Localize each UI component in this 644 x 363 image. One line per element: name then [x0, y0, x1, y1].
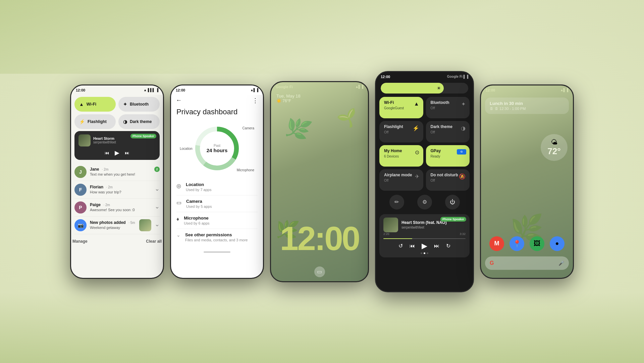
power-button[interactable]: ⏻ [445, 195, 460, 209]
back-button[interactable]: ← [176, 97, 182, 104]
privacy-items-list: ◎ Location Used by 7 apps ▭ Camera Used … [171, 175, 263, 249]
phone5-status-icons: ▲▌▐ [560, 88, 568, 92]
photos-expand-icon[interactable]: ⌄ [155, 221, 160, 228]
phone5-status-bar: 12:00 ▲▌▐ [481, 85, 573, 95]
florian-expand-icon[interactable]: ⌄ [155, 185, 160, 192]
phone1-time: 12:00 [76, 88, 85, 92]
phone4-replay-button[interactable]: ↺ [398, 243, 403, 249]
camera-item: ▭ Camera Used by 5 apps [176, 195, 258, 212]
see-other-permissions[interactable]: ⌄ See other permissions Files and media,… [176, 229, 258, 245]
phone-5-home: 12:00 ▲▌▐ Lunch in 30 min 🗓 🗓 12:30 - 1:… [480, 84, 574, 279]
phone4-shuffle-button[interactable]: ↻ [446, 243, 450, 249]
photos-avatar: 📷 [74, 219, 87, 231]
edit-icon: ✏ [394, 199, 399, 205]
phone3-status-bar: Google Fi ▲▌▐ [271, 82, 368, 92]
settings-button[interactable]: ⚙ [417, 195, 432, 209]
play-button[interactable]: ▶ [115, 149, 119, 157]
location-sub: Used by 7 apps [186, 188, 258, 192]
clear-all-button[interactable]: Clear all [146, 239, 162, 244]
microphone-label: Microphone [237, 168, 254, 172]
qs-bluetooth-icon: ✦ [461, 101, 466, 107]
photos-name: New photos added [90, 220, 126, 225]
qs-bluetooth-tile[interactable]: Bluetooth Off ✦ [426, 97, 470, 118]
dark-theme-tile[interactable]: ◑ Dark theme [118, 114, 160, 129]
photos-app-icon[interactable]: 🖼 [530, 236, 544, 251]
media-elapsed: 2:20 [383, 232, 389, 236]
photos-time: · 5m [128, 221, 135, 225]
qs-dark-theme-sub: Off [431, 130, 465, 134]
qs-airplane-icon: ✈ [415, 173, 419, 180]
qs-wifi-sub: GoogleGuest [384, 106, 419, 110]
phone1-screen: 12:00 ▲ ▌▌▌ ▐ ▲ Wi-Fi ✦ Bluetooth ⚡ [71, 85, 163, 278]
phone3-nav-bar: ▭ [271, 266, 368, 277]
florian-content: Florian · 2m How was your trip? [90, 184, 151, 194]
menu-button[interactable]: ⋮ [252, 97, 258, 104]
qs-wifi-tile[interactable]: Wi-Fi GoogleGuest ▲ [379, 97, 423, 118]
phone4-play-button[interactable]: ▶ [422, 242, 427, 250]
phone4-signal-icon: ▌▐ [464, 75, 468, 78]
phone-4-quick-settings: 12:00 Google Fi ▌▐ ☀ Wi-Fi GoogleGuest ▲ [375, 71, 474, 292]
phone3-date: Tue, May 18 [276, 94, 363, 99]
bluetooth-tile[interactable]: ✦ Bluetooth [118, 97, 160, 112]
phone4-status-bar: 12:00 Google Fi ▌▐ [376, 72, 473, 81]
brightness-slider[interactable]: ☀ [381, 83, 468, 94]
qs-gpay-tile[interactable]: GPay Ready G [426, 145, 470, 167]
phone4-progress-fill [383, 238, 412, 239]
chrome-icon: ● [555, 240, 559, 247]
widget-time-text: 🗓 12:30 - 1:00 PM [495, 107, 526, 111]
privacy-header: ← ⋮ [171, 95, 263, 108]
home-indicator [204, 251, 230, 253]
microphone-content: Microphone Used by 6 apps [184, 216, 258, 225]
privacy-dashboard-title: Privacy dashboard [171, 108, 263, 122]
phone3-signal-icon: ▲▌▐ [355, 85, 363, 88]
camera-icon: ▭ [176, 199, 181, 206]
qs-flashlight-tile[interactable]: Flashlight Off ⚡ [379, 121, 423, 142]
media-artist: serpentwithfeet [93, 140, 116, 144]
flashlight-tile[interactable]: ⚡ Flashlight [74, 114, 116, 129]
jane-content: Jane · 2m Text me when you get here! [90, 166, 151, 176]
qs-dnd-icon: 🔕 [459, 173, 466, 180]
phone4-skip-forward-button[interactable]: ⏭ [434, 243, 439, 249]
maps-app-icon[interactable]: 📍 [509, 236, 524, 251]
qs-home-tile[interactable]: My Home 6 Devices ⊙ [379, 145, 423, 167]
paige-expand-icon[interactable]: ⌄ [155, 203, 160, 210]
gmail-app-icon[interactable]: M [489, 236, 504, 251]
donut-center-label: Past 24 hours [207, 144, 228, 153]
phone4-media-controls: ↺ ⏮ ▶ ⏭ ↻ [383, 242, 466, 250]
see-other-content: See other permissions Files and media, c… [185, 232, 248, 242]
phone4-media-artist: serpentwithfeet [401, 226, 447, 229]
edit-button[interactable]: ✏ [389, 195, 404, 209]
paige-avatar: P [74, 201, 87, 214]
paige-time: · 2m [103, 203, 110, 207]
chrome-app-icon[interactable]: ● [550, 236, 565, 251]
qs-dark-theme-tile[interactable]: Dark theme Off ◑ [426, 121, 470, 142]
phone4-skip-back-button[interactable]: ⏮ [410, 243, 415, 249]
qs-dnd-tile[interactable]: Do not disturb Off 🔕 [426, 169, 470, 191]
qs-airplane-tile[interactable]: Airplane mode Off ✈ [379, 169, 423, 191]
microphone-sub: Used by 6 apps [184, 221, 258, 225]
notification-florian: F Florian · 2m How was your trip? ⌄ [74, 181, 160, 199]
jane-text: Text me when you get here! [90, 172, 151, 176]
photos-text: Weekend getaway [90, 226, 136, 230]
nav-home-button[interactable]: ▭ [314, 266, 325, 277]
microphone-search-icon[interactable]: 🎤 [558, 260, 564, 266]
skip-forward-button[interactable]: ⏭ [125, 150, 129, 156]
gpay-icon: G [457, 149, 466, 155]
phone4-progress-bar[interactable] [383, 238, 466, 239]
florian-avatar: F [74, 184, 87, 196]
phone4-media-badge: Phone Speaker [440, 217, 466, 222]
flashlight-tile-label: Flashlight [88, 119, 107, 124]
notification-jane: J Jane · 2m Text me when you get here! 2 [74, 163, 160, 181]
manage-button[interactable]: Manage [72, 239, 88, 244]
phone-3-wallpaper: Google Fi ▲▌▐ Tue, May 18 ☀️ 76°F 🌿 🌱 🌿 … [270, 81, 369, 282]
media-title: Heart Storm [93, 136, 116, 140]
wifi-tile[interactable]: ▲ Wi-Fi [74, 97, 116, 112]
skip-back-button[interactable]: ⏮ [105, 150, 109, 156]
camera-name: Camera [186, 199, 258, 204]
qs-home-icon: ⊙ [415, 149, 419, 156]
flashlight-icon: ⚡ [79, 119, 85, 124]
notification-actions: Manage Clear all [71, 236, 163, 245]
widget-event-text: Lunch in 30 min [490, 101, 564, 106]
google-search-bar[interactable]: G 🎤 [485, 256, 569, 270]
privacy-donut-chart: Past 24 hours Camera Location Microphone [176, 122, 258, 175]
